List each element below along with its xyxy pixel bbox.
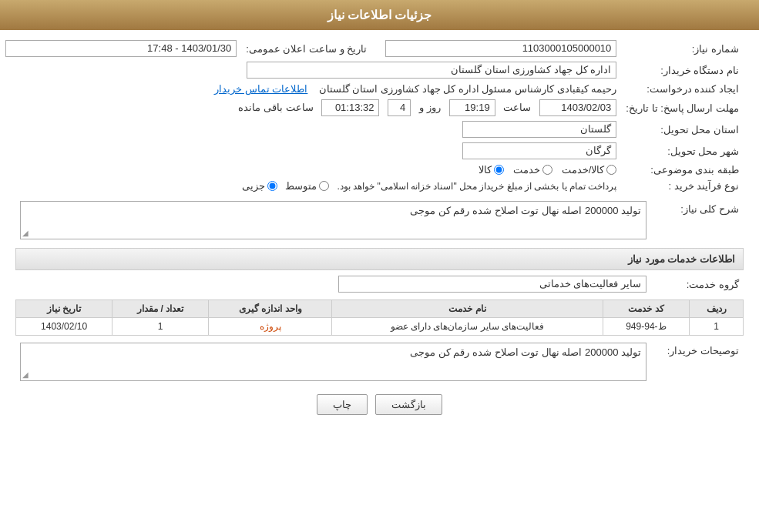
deadline-time: 19:19 bbox=[449, 99, 495, 116]
page-wrapper: جزئیات اطلاعات نیاز شماره نیاز: 11030001… bbox=[0, 0, 759, 532]
purchase-note: پرداخت تمام یا بخشی از مبلغ خریداز محل "… bbox=[337, 181, 616, 192]
service-group-value: سایر فعالیت‌های خدماتی bbox=[338, 276, 646, 293]
basic-info-table: شماره نیاز: 1103000105000010 تاریخ و ساع… bbox=[1, 38, 744, 194]
services-section-header: اطلاعات خدمات مورد نیاز bbox=[15, 248, 744, 270]
resize-indicator-2: ◢ bbox=[22, 370, 29, 379]
radio-goods-service-label: کالا/خدمت bbox=[562, 164, 605, 176]
radio-partial-input[interactable] bbox=[267, 181, 277, 191]
radio-medium-label: متوسط bbox=[285, 180, 317, 192]
request-number-value: 1103000105000010 bbox=[385, 40, 616, 57]
radio-goods-service-input[interactable] bbox=[606, 165, 616, 175]
buyer-value: اداره کل جهاد کشاورزی استان گلستان bbox=[247, 62, 616, 79]
deadline-time-label: ساعت bbox=[503, 102, 531, 113]
radio-partial-option[interactable]: جزیی bbox=[242, 180, 277, 192]
radio-goods-label: کالا bbox=[479, 164, 492, 176]
radio-partial-label: جزیی bbox=[242, 180, 265, 192]
col-name: نام خدمت bbox=[332, 300, 603, 318]
deadline-label: مهلت ارسال پاسخ: تا تاریخ: bbox=[621, 97, 744, 119]
main-content: شماره نیاز: 1103000105000010 تاریخ و ساع… bbox=[0, 30, 759, 433]
purchase-type-label: نوع فرآیند خرید : bbox=[621, 178, 744, 194]
date-value: 1403/01/30 - 17:48 bbox=[5, 40, 237, 57]
col-code: کد خدمت bbox=[603, 300, 690, 318]
description-label: شرح کلی نیاز: bbox=[651, 199, 744, 242]
category-label: طبقه بندی موضوعی: bbox=[621, 162, 744, 178]
radio-goods-option[interactable]: کالا bbox=[479, 164, 504, 176]
deadline-remaining-label: ساعت باقی مانده bbox=[238, 102, 313, 113]
category-radio-group: کالا/خدمت خدمت کالا bbox=[5, 164, 616, 176]
radio-service-label: خدمت bbox=[513, 164, 540, 176]
description-value: تولید 200000 اصله نهال توت اصلاح شده رقم… bbox=[20, 201, 646, 239]
page-title: جزئیات اطلاعات نیاز bbox=[327, 8, 432, 22]
deadline-remaining: 01:13:32 bbox=[321, 99, 379, 116]
deadline-days-label: روز و bbox=[419, 102, 441, 113]
service-group-label: گروه خدمت: bbox=[651, 273, 744, 295]
creator-label: ایجاد کننده درخواست: bbox=[621, 81, 744, 97]
page-header: جزئیات اطلاعات نیاز bbox=[0, 0, 759, 30]
province-label: استان محل تحویل: bbox=[621, 119, 744, 140]
creator-value: رحیمه کیقبادی کارشناس مسئول اداره کل جها… bbox=[319, 83, 617, 95]
city-label: شهر محل تحویل: bbox=[621, 140, 744, 162]
service-group-table: گروه خدمت: سایر فعالیت‌های خدماتی bbox=[15, 273, 744, 295]
col-row: ردیف bbox=[690, 300, 744, 318]
col-count: تعداد / مقدار bbox=[113, 300, 209, 318]
table-row: 1ط-94-949فعالیت‌های سایر سازمان‌های دارا… bbox=[16, 318, 744, 336]
services-table: ردیف کد خدمت نام خدمت واحد اندازه گیری ت… bbox=[15, 299, 744, 336]
radio-goods-input[interactable] bbox=[494, 165, 504, 175]
radio-service-input[interactable] bbox=[542, 165, 552, 175]
request-number-label: شماره نیاز: bbox=[621, 38, 744, 59]
col-unit: واحد اندازه گیری bbox=[209, 300, 332, 318]
deadline-days: 4 bbox=[388, 99, 411, 116]
buyer-desc-label: توصیحات خریدار: bbox=[651, 340, 744, 383]
date-label: تاریخ و ساعت اعلان عمومی: bbox=[241, 38, 371, 59]
back-button[interactable]: بازگشت bbox=[375, 394, 442, 415]
button-row: بازگشت چاپ bbox=[15, 394, 744, 415]
province-value: گلستان bbox=[462, 121, 616, 138]
description-table: شرح کلی نیاز: تولید 200000 اصله نهال توت… bbox=[15, 199, 744, 242]
buyer-desc-table: توصیحات خریدار: تولید 200000 اصله نهال ت… bbox=[15, 340, 744, 383]
col-date: تاریخ نیاز bbox=[16, 300, 113, 318]
radio-goods-service-option[interactable]: کالا/خدمت bbox=[562, 164, 617, 176]
resize-indicator: ◢ bbox=[22, 229, 29, 237]
print-button[interactable]: چاپ bbox=[317, 394, 368, 415]
buyer-desc-value: تولید 200000 اصله نهال توت اصلاح شده رقم… bbox=[20, 343, 646, 381]
contact-link[interactable]: اطلاعات تماس خریدار bbox=[214, 83, 307, 95]
radio-medium-input[interactable] bbox=[319, 181, 329, 191]
deadline-date: 1403/02/03 bbox=[539, 99, 616, 116]
city-value: گرگان bbox=[462, 142, 616, 159]
radio-service-option[interactable]: خدمت bbox=[513, 164, 552, 176]
radio-medium-option[interactable]: متوسط bbox=[285, 180, 329, 192]
buyer-label: نام دستگاه خریدار: bbox=[621, 59, 744, 81]
